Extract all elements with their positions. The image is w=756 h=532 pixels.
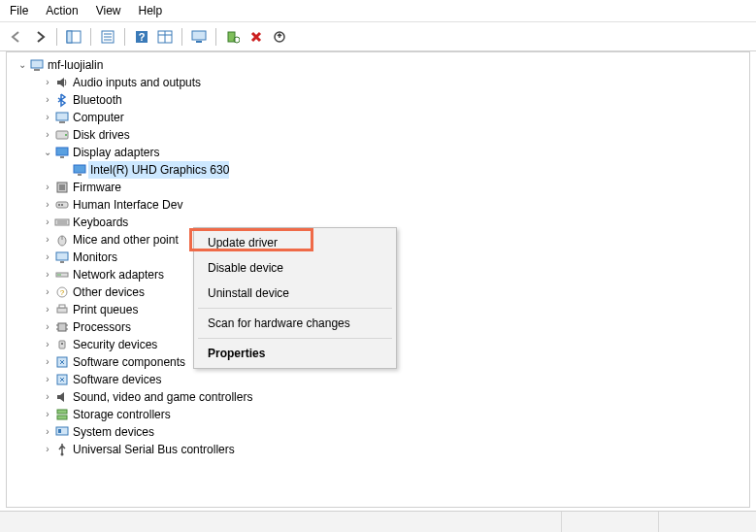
chevron-right-icon[interactable]: › bbox=[42, 109, 53, 126]
chevron-down-icon[interactable]: ⌄ bbox=[16, 56, 28, 74]
svg-rect-45 bbox=[58, 323, 66, 331]
toolbar-separator bbox=[181, 28, 182, 46]
chevron-right-icon[interactable]: › bbox=[42, 371, 53, 388]
tree-node-label: Security devices bbox=[71, 336, 157, 353]
tree-node[interactable]: ›Firmware bbox=[9, 179, 747, 196]
tree-node-label: Keyboards bbox=[71, 214, 128, 231]
statusbar bbox=[0, 511, 756, 532]
menu-view[interactable]: View bbox=[96, 4, 121, 17]
context-menu-item[interactable]: Uninstall device bbox=[194, 281, 396, 306]
context-menu-item[interactable]: Disable device bbox=[194, 255, 396, 281]
tree-node[interactable]: ›System devices bbox=[9, 423, 747, 441]
help-icon[interactable]: ? bbox=[133, 28, 150, 46]
svg-point-29 bbox=[58, 204, 60, 206]
tree-node[interactable]: ⌄Display adapters bbox=[9, 144, 747, 161]
chevron-right-icon[interactable]: › bbox=[42, 423, 53, 441]
tree-node-label: Human Interface Dev bbox=[71, 196, 182, 214]
tree-node-label: Intel(R) UHD Graphics 630 bbox=[88, 161, 229, 179]
tree-node-label: Bluetooth bbox=[71, 91, 122, 109]
menu-action[interactable]: Action bbox=[46, 4, 78, 17]
context-menu-divider bbox=[198, 338, 392, 339]
chevron-right-icon[interactable]: › bbox=[42, 388, 53, 406]
menu-help[interactable]: Help bbox=[139, 4, 163, 17]
context-menu-item[interactable]: Properties bbox=[194, 341, 396, 366]
device-tree[interactable]: ⌄mf-luojialin›Audio inputs and outputs›B… bbox=[6, 51, 750, 508]
toolbar: ? bbox=[0, 22, 756, 51]
tree-node-label: Sound, video and game controllers bbox=[71, 388, 252, 406]
chevron-right-icon[interactable]: › bbox=[42, 266, 53, 283]
computer-icon bbox=[28, 57, 46, 73]
svg-point-30 bbox=[61, 204, 63, 206]
tree-node[interactable]: ›Computer bbox=[9, 109, 747, 126]
svg-rect-43 bbox=[57, 308, 67, 313]
chevron-right-icon[interactable]: › bbox=[42, 126, 53, 144]
chevron-down-icon[interactable]: ⌄ bbox=[42, 144, 53, 161]
chevron-right-icon[interactable]: › bbox=[42, 406, 53, 423]
chevron-right-icon[interactable]: › bbox=[42, 91, 53, 109]
chevron-right-icon[interactable]: › bbox=[42, 249, 53, 266]
software-icon bbox=[53, 354, 71, 370]
svg-rect-57 bbox=[58, 429, 61, 433]
svg-point-51 bbox=[61, 343, 63, 345]
network-icon bbox=[53, 267, 71, 283]
svg-rect-12 bbox=[196, 41, 202, 43]
grid-icon[interactable] bbox=[156, 28, 174, 46]
tree-node-label: Other devices bbox=[71, 283, 145, 301]
chevron-right-icon[interactable]: › bbox=[42, 318, 53, 336]
tree-node[interactable]: ›Human Interface Dev bbox=[9, 196, 747, 214]
chevron-right-icon[interactable]: › bbox=[42, 74, 53, 91]
tree-node-label: Mice and other point bbox=[71, 231, 179, 249]
chevron-right-icon[interactable]: › bbox=[42, 283, 53, 301]
toolbar-separator bbox=[124, 28, 125, 46]
disk-icon bbox=[53, 127, 71, 143]
monitor-icon[interactable] bbox=[190, 28, 208, 46]
svg-point-21 bbox=[65, 134, 67, 136]
tree-node-label: Print queues bbox=[71, 301, 138, 318]
update-icon[interactable] bbox=[271, 28, 288, 46]
chevron-right-icon[interactable]: › bbox=[42, 336, 53, 353]
tree-node[interactable]: ›Software devices bbox=[9, 371, 747, 388]
display-icon bbox=[71, 162, 88, 178]
svg-rect-18 bbox=[56, 113, 68, 120]
system-icon bbox=[53, 424, 71, 440]
chevron-right-icon[interactable]: › bbox=[42, 179, 53, 196]
tree-node[interactable]: ›Sound, video and game controllers bbox=[9, 388, 747, 406]
chevron-right-icon[interactable]: › bbox=[42, 231, 53, 249]
toolbar-separator bbox=[215, 28, 216, 46]
tree-root-label: mf-luojialin bbox=[46, 56, 103, 74]
security-icon bbox=[53, 337, 71, 352]
chevron-right-icon[interactable]: › bbox=[42, 196, 53, 214]
chevron-right-icon[interactable]: › bbox=[42, 214, 53, 231]
tree-node[interactable]: ›Audio inputs and outputs bbox=[9, 74, 747, 91]
svg-point-40 bbox=[59, 274, 61, 276]
sound-icon bbox=[53, 389, 71, 405]
tree-node[interactable]: ›Storage controllers bbox=[9, 406, 747, 423]
tree-node-label: Monitors bbox=[71, 249, 117, 266]
show-hide-tree-icon[interactable] bbox=[65, 28, 82, 46]
monitor-icon bbox=[53, 249, 71, 265]
tree-node-label: Storage controllers bbox=[71, 406, 171, 423]
chevron-right-icon[interactable]: › bbox=[42, 301, 53, 318]
forward-button[interactable] bbox=[31, 28, 49, 46]
tree-root[interactable]: ⌄mf-luojialin bbox=[9, 56, 747, 74]
context-menu-item[interactable]: Update driver bbox=[194, 230, 396, 255]
storage-icon bbox=[53, 407, 71, 422]
scan-icon[interactable] bbox=[224, 28, 242, 46]
svg-rect-22 bbox=[56, 148, 68, 155]
tree-node[interactable]: ›Disk drives bbox=[9, 126, 747, 144]
properties-icon[interactable] bbox=[99, 28, 116, 46]
tree-node-label: Processors bbox=[71, 318, 131, 336]
delete-icon[interactable] bbox=[247, 28, 265, 46]
back-button[interactable] bbox=[8, 28, 25, 46]
firmware-icon bbox=[53, 180, 71, 195]
tree-node[interactable]: ›Universal Serial Bus controllers bbox=[9, 441, 747, 458]
cpu-icon bbox=[53, 319, 71, 335]
svg-point-39 bbox=[57, 274, 59, 276]
chevron-right-icon[interactable]: › bbox=[42, 441, 53, 458]
tree-node[interactable]: ›Bluetooth bbox=[9, 91, 747, 109]
toolbar-separator bbox=[56, 28, 57, 46]
menu-file[interactable]: File bbox=[10, 4, 28, 17]
context-menu-item[interactable]: Scan for hardware changes bbox=[194, 311, 396, 336]
tree-node[interactable]: Intel(R) UHD Graphics 630 bbox=[9, 161, 747, 179]
chevron-right-icon[interactable]: › bbox=[42, 353, 53, 371]
